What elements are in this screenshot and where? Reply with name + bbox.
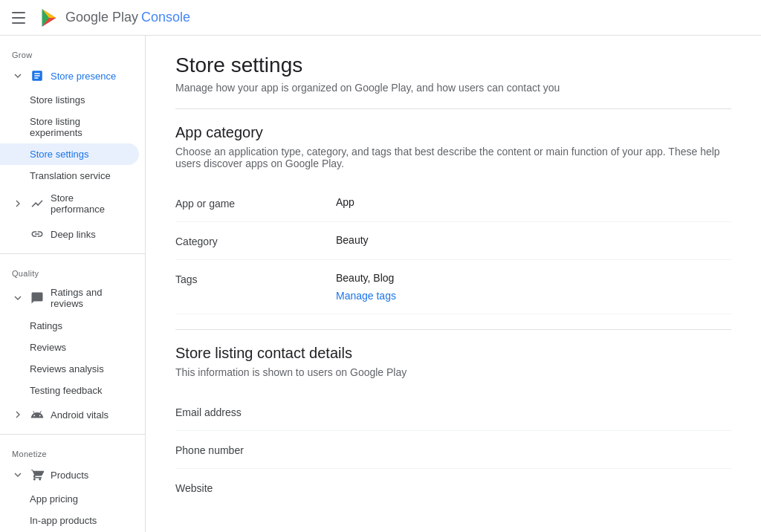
sidebar-item-translation-service[interactable]: Translation service <box>0 165 139 186</box>
website-row: Website <box>175 469 731 506</box>
topbar-title: Google Play Console <box>65 10 190 25</box>
page-title: Store settings <box>175 53 731 77</box>
grow-section-label: Grow <box>0 42 145 62</box>
tags-row: Tags Beauty, Blog Manage tags <box>175 260 731 314</box>
app-category-title: App category <box>175 124 731 141</box>
sidebar-item-store-performance[interactable]: Store performance <box>0 186 139 221</box>
chevron-down-icon <box>12 70 24 82</box>
sidebar-item-label: Store performance <box>51 192 127 215</box>
sidebar-divider-2 <box>0 434 145 435</box>
sidebar-item-store-listing-experiments[interactable]: Store listing experiments <box>0 111 139 143</box>
manage-tags-link[interactable]: Manage tags <box>336 290 396 302</box>
tags-label: Tags <box>175 272 324 285</box>
phone-label: Phone number <box>175 443 324 456</box>
category-value: Beauty <box>336 234 369 246</box>
website-label: Website <box>175 481 324 494</box>
email-label: Email address <box>175 405 324 418</box>
deep-links-icon <box>30 227 45 241</box>
android-vitals-icon <box>30 407 45 422</box>
products-icon <box>30 467 45 482</box>
hamburger-menu-icon[interactable] <box>12 9 30 27</box>
store-listing-contact-desc: This information is shown to users on Go… <box>175 366 731 378</box>
sidebar-item-store-presence[interactable]: Store presence <box>0 62 139 89</box>
sidebar-item-label: Testing feedback <box>30 385 103 396</box>
sidebar-item-products[interactable]: Products <box>0 461 139 488</box>
chevron-right-icon <box>12 198 24 210</box>
sidebar-item-store-listings[interactable]: Store listings <box>0 89 139 111</box>
page-subtitle: Manage how your app is organized on Goog… <box>175 82 731 94</box>
store-presence-icon <box>30 68 45 83</box>
sidebar-item-label: Reviews analysis <box>30 363 104 374</box>
sidebar-item-label: Translation service <box>30 170 111 181</box>
sidebar-item-store-settings[interactable]: Store settings <box>0 143 139 165</box>
sidebar-item-label: App pricing <box>30 493 78 505</box>
sidebar-item-label: Ratings <box>30 320 62 331</box>
sidebar-item-label: Android vitals <box>51 409 109 421</box>
app-or-game-value: App <box>336 196 354 208</box>
sidebar-item-testing-feedback[interactable]: Testing feedback <box>0 380 139 401</box>
sidebar-item-label: Products <box>51 470 88 481</box>
chevron-down-icon-3 <box>12 469 24 481</box>
category-row: Category Beauty <box>175 222 731 260</box>
sidebar-item-label: Store listings <box>30 94 85 106</box>
sidebar-item-label: Store presence <box>51 71 116 82</box>
sidebar-item-label: Store settings <box>30 149 89 160</box>
sidebar-divider-1 <box>0 253 145 254</box>
sidebar-item-ratings[interactable]: Ratings <box>0 315 139 337</box>
app-category-desc: Choose an application type, category, an… <box>175 146 731 169</box>
sidebar-item-label: In-app products <box>30 515 97 526</box>
ratings-reviews-icon <box>30 291 45 305</box>
logo: Google Play Console <box>39 7 190 28</box>
app-or-game-row: App or game App <box>175 184 731 222</box>
sidebar: Grow Store presence Store listings Store… <box>0 36 146 532</box>
sidebar-item-label: Store listing experiments <box>30 116 127 138</box>
divider-1 <box>175 108 731 109</box>
sidebar-item-reviews[interactable]: Reviews <box>0 337 139 358</box>
chevron-right-icon-2 <box>12 409 24 421</box>
sidebar-item-reviews-analysis[interactable]: Reviews analysis <box>0 358 139 380</box>
app-or-game-label: App or game <box>175 196 324 210</box>
divider-2 <box>175 329 731 330</box>
quality-section-label: Quality <box>0 260 145 281</box>
monetize-section-label: Monetize <box>0 441 145 461</box>
topbar: Google Play Console <box>0 0 761 36</box>
sidebar-item-android-vitals[interactable]: Android vitals <box>0 401 139 428</box>
sidebar-item-label: Reviews <box>30 342 66 353</box>
sidebar-item-ratings-reviews[interactable]: Ratings and reviews <box>0 281 139 315</box>
sidebar-item-app-pricing[interactable]: App pricing <box>0 488 139 510</box>
sidebar-item-label: Ratings and reviews <box>51 287 127 309</box>
category-label: Category <box>175 234 324 247</box>
phone-row: Phone number <box>175 431 731 469</box>
sidebar-item-deep-links[interactable]: Deep links <box>0 221 139 247</box>
store-performance-icon <box>30 196 45 211</box>
email-row: Email address <box>175 393 731 431</box>
main-content: Store settings Manage how your app is or… <box>146 36 761 532</box>
sidebar-item-in-app-products[interactable]: In-app products <box>0 510 139 531</box>
tags-value-group: Beauty, Blog Manage tags <box>336 272 396 302</box>
store-listing-contact-title: Store listing contact details <box>175 345 731 362</box>
sidebar-item-label: Deep links <box>51 229 96 240</box>
chevron-down-icon-2 <box>12 292 24 304</box>
play-logo-icon <box>39 7 59 28</box>
tags-value: Beauty, Blog <box>336 272 396 284</box>
